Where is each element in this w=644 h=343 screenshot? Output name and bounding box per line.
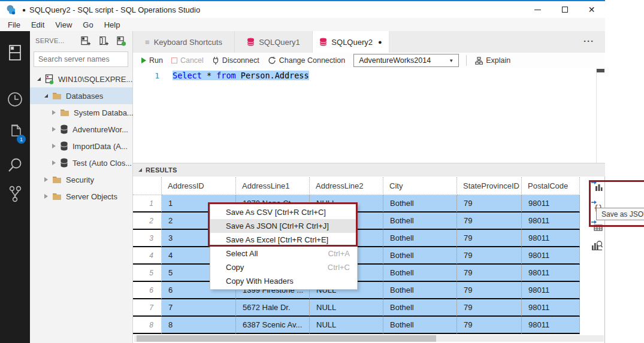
cell[interactable]: 6387 Scenic Av... (236, 317, 310, 334)
tab-sqlquery2[interactable]: SQLQuery2 ● (313, 31, 389, 53)
cell[interactable]: 98011 (522, 317, 580, 334)
server-search-input[interactable] (34, 55, 135, 63)
table-row[interactable]: 8 8 6387 Scenic Av... NULL Bothell 79 98… (133, 317, 580, 334)
collapsed-arrow-icon[interactable] (52, 110, 56, 115)
column-header[interactable]: PostalCode (522, 177, 580, 195)
activitybar-task-history[interactable] (0, 86, 30, 113)
row-number[interactable]: 1 (133, 195, 162, 213)
cell[interactable]: Bothell (383, 317, 457, 334)
row-number[interactable]: 3 (133, 230, 162, 247)
menu-item-save-as-excel[interactable]: Save As Excel [Ctrl+R Ctrl+E] (210, 233, 357, 247)
cell[interactable]: Bothell (383, 195, 457, 213)
cell[interactable]: NULL (310, 299, 383, 317)
row-number[interactable]: 7 (133, 299, 162, 317)
cell[interactable]: Bothell (383, 213, 457, 230)
menu-item-save-as-json[interactable]: Save As JSON [Ctrl+R Ctrl+J] (210, 219, 357, 233)
tree-item-server[interactable]: WIN10\SQLEXPRE... (30, 71, 132, 87)
tree-item-databases[interactable]: Databases (30, 87, 132, 104)
expanded-arrow-icon[interactable] (44, 94, 48, 98)
collapsed-arrow-icon[interactable] (44, 177, 48, 182)
tree-item-security[interactable]: Security (30, 171, 132, 188)
tab-keyboard-shortcuts[interactable]: ≡ Keyboard Shortcuts (133, 31, 235, 53)
cell[interactable]: 98011 (522, 195, 580, 213)
code-line[interactable]: Select * from Person.Address (173, 71, 309, 80)
results-expanded-icon[interactable] (138, 168, 142, 172)
menu-item-save-as-csv[interactable]: Save As CSV [Ctrl+R Ctrl+C] (210, 205, 357, 219)
minimize-button[interactable] (524, 1, 551, 18)
tree-item-importdata[interactable]: ImportData (A... (30, 138, 132, 154)
column-header[interactable]: AddressID (162, 177, 236, 195)
cell[interactable]: 98011 (522, 265, 580, 282)
menu-item-select-all[interactable]: Select AllCtrl+A (210, 247, 357, 260)
cell[interactable]: 79 (457, 317, 522, 334)
table-row[interactable]: 7 7 5672 Hale Dr. NULL Bothell 79 98011 (133, 299, 580, 317)
code-editor[interactable]: 1 Select * from Person.Address (133, 68, 605, 163)
cell[interactable]: 98011 (522, 213, 580, 230)
tab-sqlquery1[interactable]: SQLQuery1 (235, 31, 313, 53)
collapsed-arrow-icon[interactable] (52, 160, 56, 165)
cell[interactable]: 98011 (522, 247, 580, 265)
menu-file[interactable]: File (2, 20, 26, 29)
activitybar-search[interactable] (0, 152, 30, 178)
editor-scrollbar-track[interactable] (596, 68, 597, 163)
horizontal-scrollbar[interactable] (134, 335, 604, 342)
cell[interactable]: 98011 (522, 230, 580, 247)
collapsed-arrow-icon[interactable] (52, 144, 56, 148)
menu-help[interactable]: Help (99, 20, 126, 29)
editor-scrollbar-thumb[interactable] (597, 69, 604, 72)
activitybar-source-control[interactable] (0, 181, 30, 207)
column-header[interactable]: StateProvinceID (457, 177, 522, 195)
results-panel-header[interactable]: RESULTS (133, 163, 605, 177)
view-as-chart-icon[interactable] (591, 239, 603, 251)
row-number[interactable]: 6 (133, 282, 162, 299)
run-button[interactable]: Run (141, 56, 163, 65)
column-header[interactable]: AddressLine1 (236, 177, 310, 195)
cell[interactable]: Bothell (383, 282, 457, 299)
tree-item-server-objects[interactable]: Server Objects (30, 188, 132, 205)
cancel-button[interactable]: Cancel (171, 56, 204, 65)
cell[interactable]: 79 (457, 265, 522, 282)
active-connections-icon[interactable] (116, 36, 126, 46)
cell[interactable]: Bothell (383, 230, 457, 247)
database-dropdown[interactable]: AdventureWorks2014 ▼ (353, 54, 459, 67)
row-number[interactable]: 5 (133, 265, 162, 282)
activitybar-servers[interactable] (0, 40, 30, 66)
maximize-button[interactable] (551, 1, 578, 18)
cell[interactable]: Bothell (383, 247, 457, 265)
row-number[interactable]: 8 (133, 317, 162, 334)
column-header[interactable]: AddressLine2 (310, 177, 383, 195)
close-button[interactable]: ✕ (578, 1, 605, 18)
menu-view[interactable]: View (50, 20, 77, 29)
tab-dirty-dot[interactable]: ● (378, 38, 382, 45)
tree-item-test-db[interactable]: Test (Auto Clos... (30, 154, 132, 171)
cell[interactable]: 8 (162, 317, 236, 334)
menu-item-copy-with-headers[interactable]: Copy With Headers (210, 274, 357, 288)
new-connection-icon[interactable] (80, 36, 90, 46)
cell[interactable]: 98011 (522, 282, 580, 299)
tree-item-system-databases[interactable]: System Databa... (30, 104, 132, 121)
cell[interactable]: 79 (457, 299, 522, 317)
menu-item-copy[interactable]: CopyCtrl+C (210, 260, 357, 274)
cell[interactable]: Bothell (383, 265, 457, 282)
cell[interactable]: 79 (457, 282, 522, 299)
menu-edit[interactable]: Edit (26, 20, 50, 29)
activitybar-open-editors[interactable]: 1 (0, 119, 30, 145)
save-as-csv-icon[interactable] (591, 180, 603, 192)
collapsed-arrow-icon[interactable] (44, 194, 48, 199)
change-connection-button[interactable]: Change Connection (268, 56, 346, 65)
cell[interactable]: 79 (457, 213, 522, 230)
new-server-group-icon[interactable] (98, 36, 108, 46)
cell[interactable]: 79 (457, 230, 522, 247)
cell[interactable]: Bothell (383, 299, 457, 317)
cell[interactable]: 7 (162, 299, 236, 317)
explain-button[interactable]: Explain (475, 56, 510, 65)
column-header[interactable]: City (383, 177, 457, 195)
tree-item-adventureworks[interactable]: AdventureWor... (30, 121, 132, 138)
cell[interactable]: 79 (457, 247, 522, 265)
row-number[interactable]: 2 (133, 213, 162, 230)
save-as-excel-icon[interactable] (591, 220, 603, 232)
cell[interactable]: NULL (310, 317, 383, 334)
collapsed-arrow-icon[interactable] (52, 127, 56, 132)
expanded-arrow-icon[interactable] (37, 77, 41, 81)
cell[interactable]: 98011 (522, 299, 580, 317)
